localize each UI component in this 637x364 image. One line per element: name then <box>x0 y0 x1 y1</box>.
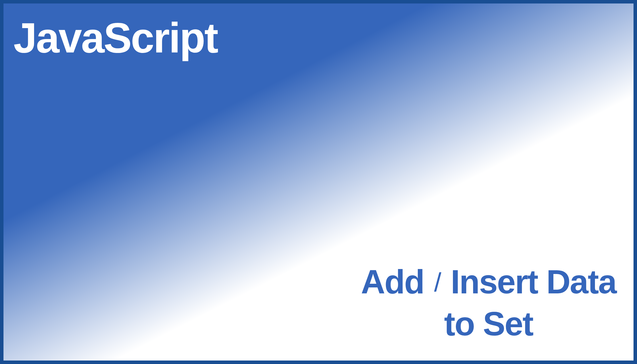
subtitle-line-2: to Set <box>361 302 616 346</box>
subtitle-line-1: Add / Insert Data <box>361 262 616 302</box>
subtitle-word-add: Add <box>361 263 424 300</box>
banner-title: JavaScript <box>14 14 217 62</box>
promo-banner: JavaScript Add / Insert Data to Set <box>0 0 637 364</box>
slash-separator: / <box>433 268 442 297</box>
subtitle-word-insert-data: Insert Data <box>451 263 616 300</box>
banner-subtitle: Add / Insert Data to Set <box>361 262 616 346</box>
